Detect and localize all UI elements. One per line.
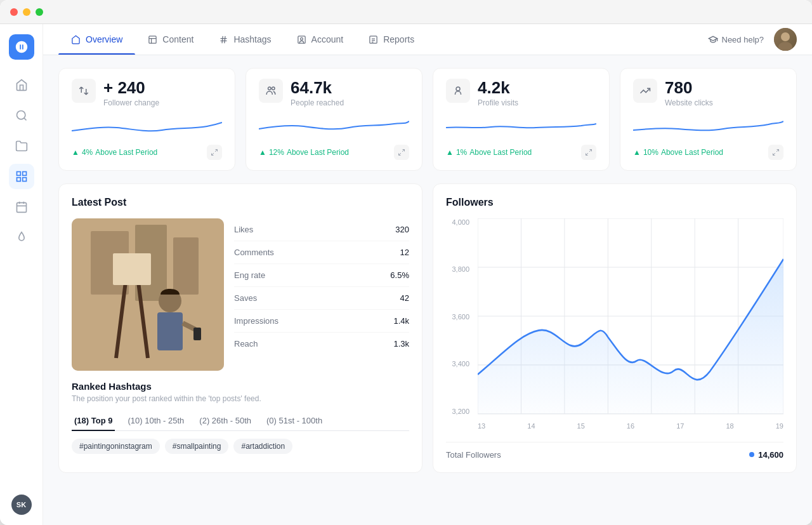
chart-container: 4,000 3,800 3,600 3,400 3,200 — [446, 218, 783, 434]
arrows-icon — [78, 85, 89, 96]
website-clicks-expand[interactable] — [768, 145, 783, 160]
svg-rect-5 — [22, 178, 26, 182]
post-stat-impressions: Impressions 1.4k — [234, 310, 409, 333]
sidebar-item-home[interactable] — [9, 72, 34, 98]
svg-point-23 — [781, 32, 790, 41]
bottom-row: Latest Post — [58, 183, 797, 473]
followers-chart-title: Followers — [446, 197, 783, 208]
sidebar-item-calendar[interactable] — [9, 194, 34, 220]
minimize-button[interactable] — [23, 8, 30, 16]
svg-rect-3 — [22, 172, 26, 176]
svg-rect-4 — [16, 178, 20, 182]
hashtag-pill-0[interactable]: #paintingoninstagram — [72, 439, 160, 454]
website-clicks-label: Website clicks — [665, 98, 713, 107]
sidebar-item-folder[interactable] — [9, 133, 34, 159]
website-clicks-percent: ▲ 10% Above Last Period — [633, 148, 723, 157]
hashtag-subtitle: The position your post ranked within the… — [72, 394, 409, 403]
need-help-button[interactable]: Need help? — [708, 34, 764, 44]
profile-visits-expand[interactable] — [581, 145, 596, 160]
post-image — [72, 218, 224, 371]
nav-item-account[interactable]: Account — [284, 24, 357, 55]
chart-footer: Total Followers 14,600 — [446, 442, 783, 460]
svg-rect-39 — [193, 328, 201, 340]
user-avatar[interactable] — [774, 28, 797, 51]
y-label-4000: 4,000 — [446, 218, 475, 226]
y-label-3600: 3,600 — [446, 313, 475, 321]
sidebar-item-search[interactable] — [9, 103, 34, 128]
user-avatar-initials[interactable]: SK — [11, 495, 32, 515]
y-label-3200: 3,200 — [446, 408, 475, 415]
x-label-18: 18 — [726, 422, 733, 430]
svg-rect-2 — [16, 172, 20, 176]
people-icon — [265, 85, 277, 96]
nav-item-reports[interactable]: Reports — [356, 24, 427, 55]
chart-x-labels: 13 14 15 16 17 18 19 — [478, 418, 783, 434]
hashtag-title: Ranked Hashtags — [72, 381, 409, 392]
people-reached-label: People reached — [291, 98, 344, 107]
profile-visits-sparkline — [446, 115, 596, 140]
hashtag-pill-1[interactable]: #smallpainting — [165, 439, 229, 454]
svg-line-15 — [222, 36, 223, 43]
nav-item-hashtags[interactable]: Hashtags — [206, 24, 284, 55]
x-label-15: 15 — [577, 422, 585, 430]
post-stat-saves: Saves 42 — [234, 287, 409, 310]
stats-row: + 240 Follower change ▲ — [58, 68, 797, 171]
hashtag-tab-10-25[interactable]: (10) 10th - 25th — [125, 411, 187, 430]
sidebar-item-fire[interactable] — [9, 225, 34, 250]
latest-post-card: Latest Post — [58, 183, 422, 473]
page-content: + 240 Follower change ▲ — [43, 55, 812, 525]
follower-change-percent: ▲ 4% Above Last Period — [72, 148, 157, 157]
website-clicks-icon-box — [633, 79, 657, 103]
post-stat-comments: Comments 12 — [234, 241, 409, 264]
x-label-14: 14 — [527, 422, 535, 430]
nav-right-actions: Need help? — [708, 28, 797, 51]
hashtag-tabs: (18) Top 9 (10) 10th - 25th (2) 26th - 5… — [72, 411, 409, 431]
nav-item-overview[interactable]: Overview — [58, 24, 135, 55]
app-window: SK Overview Content Hashtags — [0, 0, 812, 525]
stat-card-follower-change: + 240 Follower change ▲ — [58, 68, 235, 171]
titlebar — [0, 0, 812, 24]
nav-item-content[interactable]: Content — [135, 24, 206, 55]
post-stats: Likes 320 Comments 12 Eng rate 6.5% — [234, 218, 409, 371]
hashtag-tab-top9[interactable]: (18) Top 9 — [72, 411, 115, 430]
x-label-19: 19 — [776, 422, 783, 430]
chart-area — [478, 218, 783, 415]
profile-visits-icon-box — [446, 79, 470, 103]
chart-y-labels: 4,000 3,800 3,600 3,400 3,200 — [446, 218, 475, 415]
followers-chart-card: Followers 4,000 3,800 3,600 3,400 3,200 — [433, 183, 797, 473]
x-label-13: 13 — [478, 422, 485, 430]
app-logo[interactable] — [9, 34, 34, 60]
close-button[interactable] — [10, 8, 18, 16]
svg-rect-6 — [16, 203, 26, 212]
follower-change-expand[interactable] — [207, 145, 222, 160]
hashtag-pill-2[interactable]: #artaddiction — [233, 439, 292, 454]
user-avatar-image — [774, 28, 797, 51]
people-reached-icon-box — [259, 79, 283, 103]
profile-visits-label: Profile visits — [478, 98, 518, 107]
svg-rect-37 — [157, 312, 183, 350]
sidebar-item-analytics[interactable] — [9, 164, 34, 189]
svg-rect-10 — [149, 36, 156, 43]
x-label-16: 16 — [627, 422, 634, 430]
maximize-button[interactable] — [36, 8, 43, 16]
svg-point-0 — [16, 111, 25, 119]
top-navigation: Overview Content Hashtags Account Report… — [43, 24, 812, 55]
follower-change-icon-box — [72, 79, 96, 103]
post-stat-likes: Likes 320 — [234, 218, 409, 241]
svg-rect-35 — [113, 253, 151, 285]
chart-footer-label: Total Followers — [446, 450, 501, 460]
stat-card-website-clicks: 780 Website clicks ▲ 10 — [620, 68, 797, 171]
svg-point-27 — [456, 87, 460, 91]
graduation-cap-icon — [708, 34, 718, 44]
follower-change-label: Follower change — [103, 98, 159, 107]
main-content: Overview Content Hashtags Account Report… — [43, 24, 812, 525]
svg-line-16 — [225, 36, 225, 43]
profile-icon — [452, 85, 464, 96]
hashtag-tab-51-100[interactable]: (0) 51st - 100th — [264, 411, 325, 430]
svg-line-1 — [23, 118, 26, 121]
hashtag-pills: #paintingoninstagram #smallpainting #art… — [72, 439, 409, 454]
hashtag-tab-26-50[interactable]: (2) 26th - 50th — [197, 411, 254, 430]
people-reached-expand[interactable] — [394, 145, 409, 160]
x-label-17: 17 — [676, 422, 684, 430]
y-label-3400: 3,400 — [446, 360, 475, 368]
